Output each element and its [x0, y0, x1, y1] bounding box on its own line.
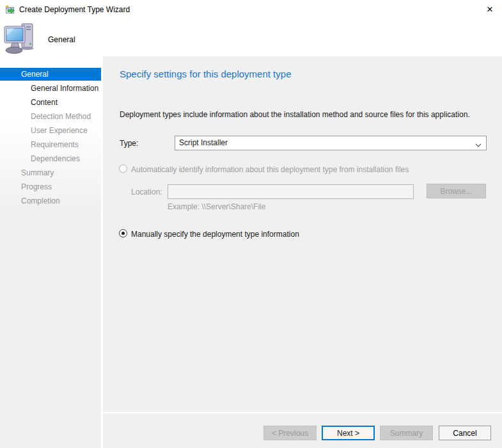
wizard-app-icon — [5, 4, 15, 15]
nav-item-general[interactable]: General — [0, 68, 101, 81]
nav-item-user-experience: User Experience — [0, 124, 101, 137]
cancel-button[interactable]: Cancel — [439, 426, 491, 440]
type-label: Type: — [120, 139, 138, 148]
auto-identify-radio — [119, 164, 127, 173]
nav-item-summary: Summary — [0, 166, 101, 179]
type-select[interactable]: Script Installer — [175, 136, 487, 150]
titlebar: Create Deployment Type Wizard × — [0, 0, 502, 19]
nav-item-requirements: Requirements — [0, 138, 101, 151]
location-example-text: Example: \\Server\Share\File — [168, 202, 265, 211]
header-title: General — [48, 35, 75, 44]
close-icon[interactable]: × — [482, 1, 498, 18]
page-title: Specify settings for this deployment typ… — [120, 68, 291, 79]
nav-item-progress: Progress — [0, 180, 101, 193]
wizard-nav: General General Information Content Dete… — [0, 56, 101, 448]
location-input — [168, 184, 414, 199]
computer-icon — [4, 23, 38, 55]
summary-button: Summary — [380, 426, 433, 440]
type-select-value: Script Installer — [179, 136, 228, 150]
next-button[interactable]: Next > — [322, 426, 375, 440]
browse-button: Browse... — [427, 184, 486, 198]
nav-item-detection-method: Detection Method — [0, 110, 101, 123]
auto-identify-radio-label: Automatically identify information about… — [131, 165, 409, 174]
window-title: Create Deployment Type Wizard — [19, 0, 130, 19]
nav-item-general-information[interactable]: General Information — [0, 82, 101, 95]
nav-item-completion: Completion — [0, 195, 101, 207]
manual-specify-radio-label[interactable]: Manually specify the deployment type inf… — [131, 230, 299, 239]
nav-item-content[interactable]: Content — [0, 96, 101, 109]
wizard-header: General — [0, 19, 502, 56]
page-description: Deployment types include information abo… — [120, 110, 470, 119]
nav-item-dependencies: Dependencies — [0, 152, 101, 165]
manual-specify-radio[interactable] — [119, 229, 127, 237]
location-label: Location: — [131, 188, 162, 196]
previous-button: < Previous — [263, 426, 317, 440]
chevron-down-icon — [475, 141, 482, 146]
